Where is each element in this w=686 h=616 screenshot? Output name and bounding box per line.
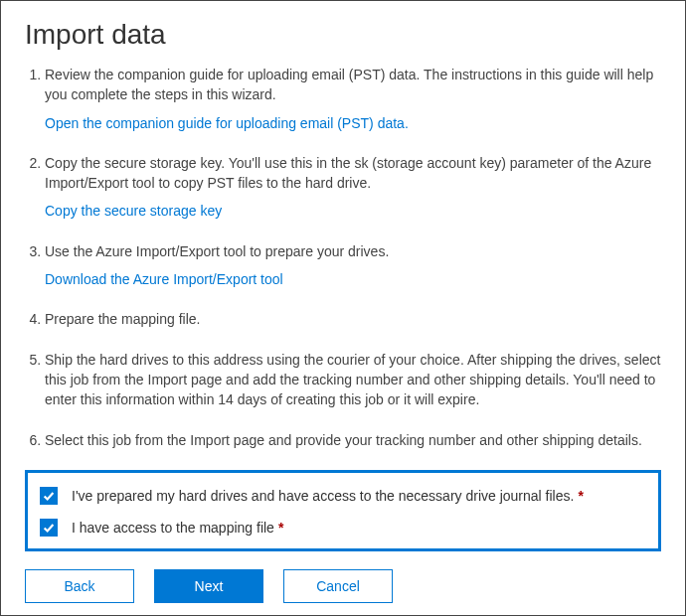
step-text: Review the companion guide for uploading…	[45, 67, 653, 102]
step-6: Select this job from the Import page and…	[45, 430, 661, 450]
checkbox-drives-prepared[interactable]	[40, 487, 58, 505]
step-text: Ship the hard drives to this address usi…	[45, 352, 660, 408]
required-asterisk: *	[578, 488, 583, 504]
checkbox-mapping-file[interactable]	[40, 519, 58, 537]
step-5: Ship the hard drives to this address usi…	[45, 350, 661, 410]
link-download-tool[interactable]: Download the Azure Import/Export tool	[45, 269, 661, 289]
confirm-row-mapping: I have access to the mapping file *	[40, 519, 646, 537]
link-companion-guide[interactable]: Open the companion guide for uploading e…	[45, 113, 661, 133]
step-2: Copy the secure storage key. You'll use …	[45, 153, 661, 222]
step-text: Use the Azure Import/Export tool to prep…	[45, 243, 389, 259]
check-icon	[42, 489, 56, 503]
confirm-row-drives: I've prepared my hard drives and have ac…	[40, 487, 646, 505]
page-title: Import data	[25, 19, 661, 51]
step-3: Use the Azure Import/Export tool to prep…	[45, 241, 661, 290]
back-button[interactable]: Back	[25, 569, 134, 603]
check-icon	[42, 521, 56, 535]
step-1: Review the companion guide for uploading…	[45, 65, 661, 133]
steps-list: Review the companion guide for uploading…	[25, 65, 661, 450]
confirmation-box: I've prepared my hard drives and have ac…	[25, 470, 661, 551]
step-text: Copy the secure storage key. You'll use …	[45, 155, 651, 191]
cancel-button[interactable]: Cancel	[283, 569, 393, 603]
step-text: Prepare the mapping file.	[45, 311, 200, 327]
button-row: Back Next Cancel	[25, 569, 661, 603]
next-button[interactable]: Next	[154, 569, 263, 603]
required-asterisk: *	[278, 520, 283, 536]
step-text: Select this job from the Import page and…	[45, 432, 642, 448]
step-4: Prepare the mapping file.	[45, 309, 661, 329]
confirm-label: I've prepared my hard drives and have ac…	[72, 488, 574, 504]
link-copy-storage-key[interactable]: Copy the secure storage key	[45, 201, 661, 221]
confirm-label: I have access to the mapping file	[72, 520, 274, 536]
